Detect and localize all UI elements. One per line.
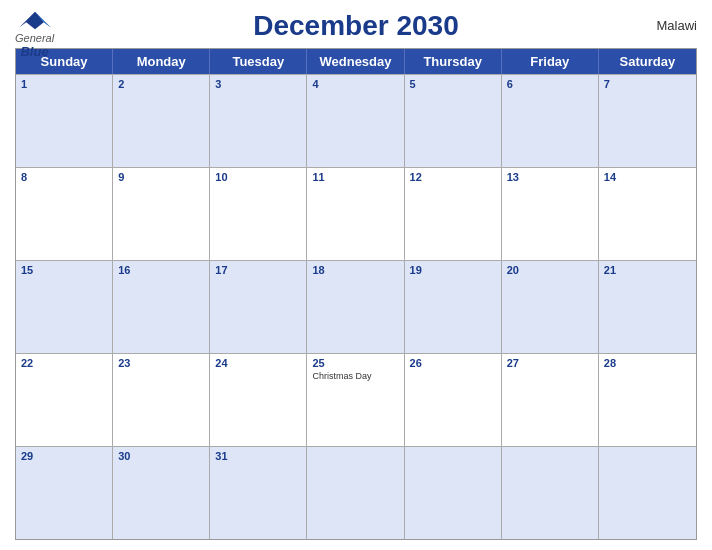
- day-cell-3-7: 21: [599, 261, 696, 353]
- header-friday: Friday: [502, 49, 599, 74]
- day-cell-4-7: 28: [599, 354, 696, 446]
- day-number-30: 30: [118, 450, 204, 462]
- day-number-22: 22: [21, 357, 107, 369]
- week-row-2: 891011121314: [16, 167, 696, 260]
- day-cell-3-3: 17: [210, 261, 307, 353]
- header-monday: Monday: [113, 49, 210, 74]
- day-cell-1-1: 1: [16, 75, 113, 167]
- week-row-5: 293031: [16, 446, 696, 539]
- day-number-16: 16: [118, 264, 204, 276]
- day-cell-3-1: 15: [16, 261, 113, 353]
- day-cell-2-2: 9: [113, 168, 210, 260]
- day-cell-5-6: [502, 447, 599, 539]
- day-number-31: 31: [215, 450, 301, 462]
- day-number-6: 6: [507, 78, 593, 90]
- day-number-7: 7: [604, 78, 691, 90]
- day-cell-3-5: 19: [405, 261, 502, 353]
- header-saturday: Saturday: [599, 49, 696, 74]
- day-headers-row: Sunday Monday Tuesday Wednesday Thursday…: [16, 49, 696, 74]
- day-cell-1-5: 5: [405, 75, 502, 167]
- svg-marker-0: [19, 12, 51, 30]
- logo: General Blue: [15, 10, 54, 59]
- logo-blue-text: Blue: [20, 44, 48, 59]
- weeks-container: 1234567891011121314151617181920212223242…: [16, 74, 696, 539]
- day-number-10: 10: [215, 171, 301, 183]
- day-number-29: 29: [21, 450, 107, 462]
- day-cell-5-7: [599, 447, 696, 539]
- day-cell-5-3: 31: [210, 447, 307, 539]
- day-number-15: 15: [21, 264, 107, 276]
- day-cell-4-5: 26: [405, 354, 502, 446]
- day-cell-3-2: 16: [113, 261, 210, 353]
- header-tuesday: Tuesday: [210, 49, 307, 74]
- day-number-8: 8: [21, 171, 107, 183]
- day-number-19: 19: [410, 264, 496, 276]
- day-number-3: 3: [215, 78, 301, 90]
- calendar-container: General Blue December 2030 Malawi Sunday…: [0, 0, 712, 550]
- logo-icon: [17, 10, 53, 32]
- day-cell-1-2: 2: [113, 75, 210, 167]
- logo-general-text: General: [15, 32, 54, 44]
- day-number-21: 21: [604, 264, 691, 276]
- day-cell-1-3: 3: [210, 75, 307, 167]
- day-cell-2-5: 12: [405, 168, 502, 260]
- day-cell-4-6: 27: [502, 354, 599, 446]
- day-cell-1-7: 7: [599, 75, 696, 167]
- day-cell-1-6: 6: [502, 75, 599, 167]
- day-cell-5-4: [307, 447, 404, 539]
- day-cell-3-6: 20: [502, 261, 599, 353]
- day-number-9: 9: [118, 171, 204, 183]
- header-thursday: Thursday: [405, 49, 502, 74]
- week-row-1: 1234567: [16, 74, 696, 167]
- day-cell-4-2: 23: [113, 354, 210, 446]
- day-cell-3-4: 18: [307, 261, 404, 353]
- calendar-grid: Sunday Monday Tuesday Wednesday Thursday…: [15, 48, 697, 540]
- week-row-4: 22232425Christmas Day262728: [16, 353, 696, 446]
- day-number-18: 18: [312, 264, 398, 276]
- day-number-25: 25: [312, 357, 398, 369]
- day-number-26: 26: [410, 357, 496, 369]
- day-cell-2-3: 10: [210, 168, 307, 260]
- day-number-23: 23: [118, 357, 204, 369]
- header-wednesday: Wednesday: [307, 49, 404, 74]
- day-cell-2-7: 14: [599, 168, 696, 260]
- event-label-25: Christmas Day: [312, 371, 398, 381]
- day-cell-4-1: 22: [16, 354, 113, 446]
- day-number-5: 5: [410, 78, 496, 90]
- day-cell-1-4: 4: [307, 75, 404, 167]
- day-number-28: 28: [604, 357, 691, 369]
- day-cell-2-1: 8: [16, 168, 113, 260]
- day-cell-4-4: 25Christmas Day: [307, 354, 404, 446]
- day-number-1: 1: [21, 78, 107, 90]
- day-cell-4-3: 24: [210, 354, 307, 446]
- country-label: Malawi: [657, 18, 697, 33]
- day-number-17: 17: [215, 264, 301, 276]
- day-number-12: 12: [410, 171, 496, 183]
- day-number-14: 14: [604, 171, 691, 183]
- day-number-27: 27: [507, 357, 593, 369]
- day-cell-2-4: 11: [307, 168, 404, 260]
- day-number-24: 24: [215, 357, 301, 369]
- day-number-20: 20: [507, 264, 593, 276]
- calendar-title: December 2030: [253, 10, 458, 42]
- day-cell-2-6: 13: [502, 168, 599, 260]
- calendar-header: General Blue December 2030 Malawi: [15, 10, 697, 42]
- day-number-4: 4: [312, 78, 398, 90]
- week-row-3: 15161718192021: [16, 260, 696, 353]
- day-number-11: 11: [312, 171, 398, 183]
- day-cell-5-5: [405, 447, 502, 539]
- day-number-2: 2: [118, 78, 204, 90]
- day-cell-5-1: 29: [16, 447, 113, 539]
- day-cell-5-2: 30: [113, 447, 210, 539]
- day-number-13: 13: [507, 171, 593, 183]
